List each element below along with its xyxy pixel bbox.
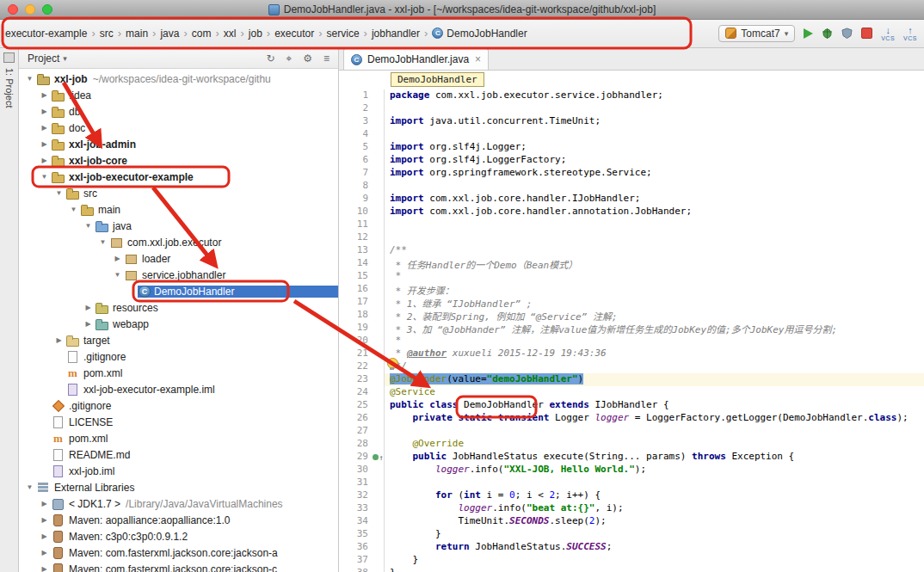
line-number[interactable]: 33 bbox=[339, 502, 372, 515]
tree-row[interactable]: ▶< JDK1.7 >/Library/Java/JavaVirtualMach… bbox=[19, 495, 338, 512]
code-line[interactable]: 18 * 2、装配到Spring, 例如加 “@Service” 注解; bbox=[339, 309, 924, 322]
breadcrumb-item[interactable]: src bbox=[98, 26, 115, 41]
line-number[interactable]: 6 bbox=[339, 154, 372, 167]
expanded-arrow-icon[interactable]: ▼ bbox=[39, 173, 50, 181]
tree-row[interactable]: ▶loader bbox=[19, 250, 338, 267]
breadcrumb-item[interactable]: java bbox=[158, 26, 181, 41]
line-number[interactable]: 25 bbox=[339, 399, 372, 412]
line-number[interactable]: 23 bbox=[339, 373, 372, 386]
tree-row[interactable]: .gitignore bbox=[19, 348, 338, 365]
tree-row[interactable]: ▼java bbox=[19, 218, 338, 234]
line-number[interactable]: 14 bbox=[339, 257, 372, 270]
line-number[interactable]: 15 bbox=[339, 270, 372, 283]
line-number[interactable]: 12 bbox=[339, 231, 372, 244]
code-line[interactable]: 29↑ public JobHandleStatus execute(Strin… bbox=[339, 451, 924, 464]
expanded-arrow-icon[interactable]: ▼ bbox=[53, 189, 65, 197]
tree-row[interactable]: ▶db bbox=[19, 103, 338, 120]
expanded-arrow-icon[interactable]: ▼ bbox=[112, 271, 123, 279]
line-number[interactable]: 28 bbox=[339, 438, 372, 451]
intention-bulb-icon[interactable] bbox=[387, 358, 398, 369]
code-line[interactable]: 23@JobHander(value="demoJobHandler") bbox=[339, 373, 924, 386]
code-line[interactable]: 34 TimeUnit.SECONDS.sleep(2); bbox=[339, 515, 924, 528]
vcs-commit-button[interactable]: ↑ VCS bbox=[903, 26, 917, 41]
code-line[interactable]: 4 bbox=[339, 128, 924, 141]
close-icon[interactable]: × bbox=[475, 53, 481, 65]
code-line[interactable]: 32 for (int i = 0; i < 2; i++) { bbox=[339, 489, 924, 502]
code-line[interactable]: 24@Service bbox=[339, 386, 924, 399]
code-line[interactable]: 33 logger.info("beat at:{}", i); bbox=[339, 502, 924, 515]
code-line[interactable]: 2 bbox=[339, 102, 924, 115]
tree-row[interactable]: ▼service.jobhandler bbox=[19, 267, 338, 283]
code-line[interactable]: 5import org.slf4j.Logger; bbox=[339, 141, 924, 154]
code-line[interactable]: 16 * 开发步骤： bbox=[339, 283, 924, 296]
code-line[interactable]: 1package com.xxl.job.executor.service.jo… bbox=[339, 89, 924, 102]
line-number[interactable]: 24 bbox=[339, 386, 372, 399]
line-number[interactable]: 30 bbox=[339, 464, 372, 477]
code-line[interactable]: 11 bbox=[339, 218, 924, 231]
collapsed-arrow-icon[interactable]: ▶ bbox=[39, 91, 50, 99]
line-number[interactable]: 9 bbox=[339, 193, 372, 206]
editor-body[interactable]: DemoJobHandler 1package com.xxl.job.exec… bbox=[339, 71, 924, 572]
code-line[interactable]: 27 bbox=[339, 425, 924, 438]
code-line[interactable]: 7import org.springframework.stereotype.S… bbox=[339, 167, 924, 180]
tree-row[interactable]: xxl-job.iml bbox=[19, 463, 338, 479]
project-view-select[interactable]: Project ▾ bbox=[28, 52, 67, 65]
tree-row[interactable]: ▼xxl-job~/workspaces/idea-git-workspace/… bbox=[19, 71, 338, 87]
breadcrumb-item[interactable]: executor bbox=[273, 26, 316, 41]
line-number[interactable]: 32 bbox=[339, 489, 372, 502]
line-number[interactable]: 7 bbox=[339, 167, 372, 180]
line-number[interactable]: 36 bbox=[339, 541, 372, 554]
gear-icon[interactable]: ⚙ bbox=[303, 52, 312, 65]
line-number[interactable]: 1 bbox=[339, 89, 372, 102]
code-line[interactable]: 37 } bbox=[339, 554, 924, 567]
collapsed-arrow-icon[interactable]: ▶ bbox=[39, 532, 50, 540]
tree-row[interactable]: ▶resources bbox=[19, 299, 338, 316]
collapsed-arrow-icon[interactable]: ▶ bbox=[39, 140, 50, 148]
collapsed-arrow-icon[interactable]: ▶ bbox=[53, 336, 65, 344]
code-line[interactable]: 6import org.slf4j.LoggerFactory; bbox=[339, 154, 924, 167]
tree-row[interactable]: ▼com.xxl.job.executor bbox=[19, 234, 338, 250]
close-window-icon[interactable] bbox=[8, 4, 18, 15]
expanded-arrow-icon[interactable]: ▼ bbox=[68, 206, 79, 213]
breadcrumb-item[interactable]: main bbox=[124, 26, 150, 41]
code-line[interactable]: 19 * 3、加 “@JobHander” 注解，注解value值为新增任务生成… bbox=[339, 322, 924, 335]
tree-row[interactable]: CDemoJobHandler bbox=[19, 283, 338, 299]
project-tool-button[interactable]: 1: Project bbox=[4, 68, 15, 108]
stop-button[interactable] bbox=[861, 28, 872, 39]
editor-breadcrumb[interactable]: DemoJobHandler bbox=[391, 72, 484, 87]
tree-row[interactable]: README.md bbox=[19, 446, 338, 463]
tree-row[interactable]: ▶.idea bbox=[19, 87, 338, 103]
code-line[interactable]: 15 * bbox=[339, 270, 924, 283]
breadcrumb-item[interactable]: executor-example bbox=[3, 26, 89, 41]
code-line[interactable]: 10import com.xxl.job.core.handler.annota… bbox=[339, 206, 924, 218]
code-line[interactable]: 31 bbox=[339, 477, 924, 489]
minimize-window-icon[interactable] bbox=[25, 4, 35, 15]
collapsed-arrow-icon[interactable]: ▶ bbox=[83, 320, 94, 328]
line-number[interactable]: 21 bbox=[339, 348, 372, 360]
code-line[interactable]: 21 * @author xuxueli 2015-12-19 19:43:36 bbox=[339, 348, 924, 360]
line-number[interactable]: 13 bbox=[339, 244, 372, 257]
collapsed-arrow-icon[interactable]: ▶ bbox=[39, 124, 50, 132]
code-line[interactable]: 17 * 1、继承 “IJobHandler” ; bbox=[339, 296, 924, 309]
locate-icon[interactable]: ⌖ bbox=[286, 52, 292, 65]
tree-row[interactable]: .gitignore bbox=[19, 397, 338, 414]
line-number[interactable]: 17 bbox=[339, 296, 372, 309]
line-number[interactable]: 5 bbox=[339, 141, 372, 154]
tree-row[interactable]: ▶target bbox=[19, 332, 338, 348]
code-line[interactable]: 26 private static transient Logger logge… bbox=[339, 412, 924, 425]
zoom-window-icon[interactable] bbox=[42, 4, 52, 15]
code-line[interactable]: 28 @Override bbox=[339, 438, 924, 451]
line-number[interactable]: 11 bbox=[339, 218, 372, 231]
code-line[interactable]: 20 * bbox=[339, 335, 924, 348]
tree-row[interactable]: mpom.xml bbox=[19, 365, 338, 381]
code-editor[interactable]: 1package com.xxl.job.executor.service.jo… bbox=[339, 89, 924, 572]
expanded-arrow-icon[interactable]: ▼ bbox=[83, 222, 94, 230]
line-number[interactable]: 3 bbox=[339, 115, 372, 128]
tree-row[interactable]: ▼External Libraries bbox=[19, 479, 338, 495]
breadcrumb-item[interactable]: xxl bbox=[222, 26, 238, 41]
tree-row[interactable]: xxl-job-executor-example.iml bbox=[19, 381, 338, 397]
tree-row[interactable]: ▶Maven: aopalliance:aopalliance:1.0 bbox=[19, 512, 338, 528]
collapsed-arrow-icon[interactable]: ▶ bbox=[39, 549, 50, 557]
collapsed-arrow-icon[interactable]: ▶ bbox=[39, 500, 50, 507]
code-line[interactable]: 35 } bbox=[339, 528, 924, 541]
